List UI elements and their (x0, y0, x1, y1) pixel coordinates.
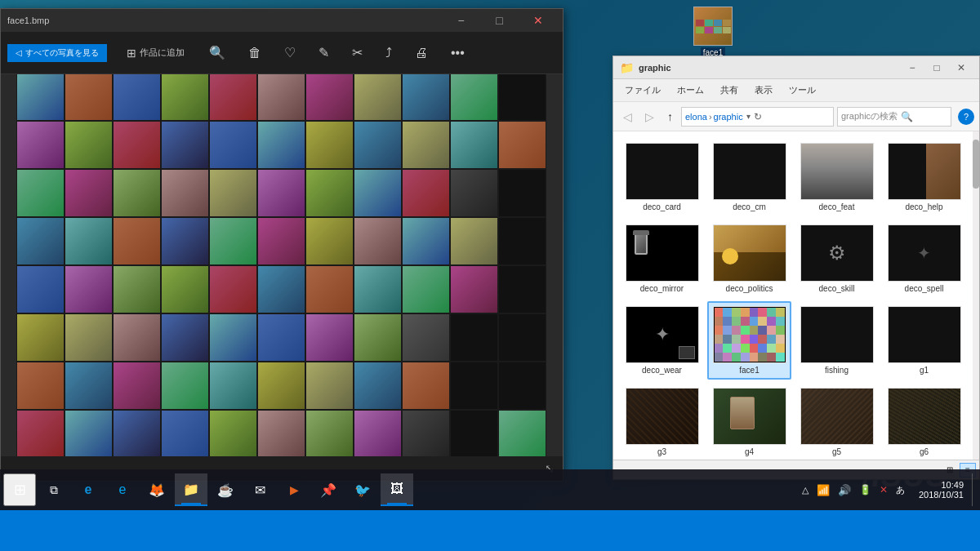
system-tray: △ 📶 🔊 🔋 ✕ あ (796, 484, 911, 496)
ribbon-tab-view[interactable]: 表示 (750, 82, 777, 98)
ribbon-tab-share[interactable]: 共有 (715, 82, 743, 98)
face-cell (402, 121, 450, 169)
taskbar-sticky[interactable]: 📌 (312, 473, 345, 506)
file-item-deco-spell[interactable]: ✦ deco_spell (882, 220, 966, 298)
tray-input-icon[interactable]: あ (893, 484, 907, 496)
photo-edit-btn[interactable]: ✎ (314, 42, 334, 64)
ribbon-tab-file[interactable]: ファイル (620, 82, 666, 98)
taskbar-java[interactable]: ☕ (209, 473, 242, 506)
file-item-g5[interactable]: g5 (795, 383, 879, 460)
taskbar-photos[interactable]: 🖼 (381, 473, 413, 506)
taskbar-firefox[interactable]: 🦊 (140, 473, 173, 506)
taskbar-explorer[interactable]: 📁 (175, 473, 207, 506)
start-button[interactable]: ⊞ (3, 473, 36, 506)
face-cell (161, 217, 209, 265)
file-item-deco-feat[interactable]: deco_feat (795, 138, 879, 216)
explorer-close-btn[interactable]: ✕ (950, 60, 973, 76)
start-icon: ⊞ (14, 481, 26, 499)
file-item-deco-skill[interactable]: ⚙ deco_skill (795, 220, 879, 298)
taskbar-task-view[interactable]: ⧉ (38, 473, 70, 506)
file-item-deco-mirror[interactable]: deco_mirror (620, 220, 704, 298)
photo-more-btn[interactable]: ••• (446, 42, 470, 64)
face-cell (113, 169, 161, 217)
tray-volume-icon[interactable]: 🔊 (835, 484, 853, 496)
file-item-g1[interactable]: g1 (882, 301, 966, 380)
tray-x-icon[interactable]: ✕ (877, 484, 890, 495)
face-cell (161, 313, 209, 362)
photo-title-text: face1.bmp (7, 16, 49, 25)
file-name-deco-wear: deco_wear (642, 366, 682, 375)
photo-minimize-btn[interactable]: − (443, 12, 479, 29)
address-refresh-btn[interactable]: ↻ (754, 111, 762, 122)
file-item-g4[interactable]: g4 (707, 383, 791, 460)
face-cell (305, 121, 354, 169)
taskbar-ie[interactable]: e (106, 473, 139, 506)
photo-draw-btn[interactable]: ✂ (347, 42, 368, 64)
ribbon-tab-home[interactable]: ホーム (672, 82, 709, 98)
face-cell (161, 265, 209, 313)
taskbar-twitter[interactable]: 🐦 (346, 473, 379, 506)
show-desktop-btn[interactable] (972, 473, 977, 506)
taskbar-clock[interactable]: 10:49 2018/10/31 (912, 480, 970, 500)
file-name-deco-skill: deco_skill (819, 284, 855, 293)
breadcrumb-elona[interactable]: elona (685, 112, 707, 122)
photo-window-controls: − □ ✕ (443, 12, 556, 29)
photo-delete-btn[interactable]: 🗑 (243, 42, 266, 64)
face-cell (450, 410, 498, 456)
file-item-deco-card[interactable]: deco_card (620, 138, 704, 216)
desktop-icon-face1[interactable]: face1 (684, 7, 742, 58)
tray-network-icon[interactable]: 📶 (814, 484, 832, 496)
file-item-g6[interactable]: g6 (882, 383, 966, 460)
face-cell (354, 362, 402, 410)
file-item-face1[interactable]: face1 (707, 301, 791, 380)
photo-back-btn[interactable]: ◁ すべての写真を見る (7, 44, 107, 62)
face-cell (305, 313, 354, 362)
file-item-deco-help[interactable]: deco_help (882, 138, 966, 216)
face-cell (450, 362, 498, 410)
explorer-address-bar[interactable]: elona › graphic ▾ ↻ (681, 107, 834, 127)
file-thumbnail-deco-skill: ⚙ (800, 224, 874, 282)
photo-print-btn[interactable]: 🖨 (410, 42, 433, 64)
explorer-help-btn[interactable]: ? (958, 109, 974, 125)
photo-share-btn[interactable]: ⤴ (381, 42, 397, 64)
breadcrumb-graphic[interactable]: graphic (714, 112, 743, 122)
scrollbar-handle[interactable] (973, 140, 979, 189)
face-cell (450, 74, 498, 121)
tray-expand-icon[interactable]: △ (800, 485, 811, 495)
file-item-g3[interactable]: g3 (620, 383, 704, 460)
face-cell (257, 313, 305, 362)
file-item-deco-politics[interactable]: deco_politics (707, 220, 791, 298)
photo-zoom-btn[interactable]: 🔍 (204, 42, 230, 64)
face-cell (257, 121, 305, 169)
file-thumbnail-deco-cm (713, 143, 786, 200)
file-thumbnail-deco-spell: ✦ (888, 224, 961, 282)
explorer-up-btn[interactable]: ↑ (662, 108, 678, 126)
face-cell (354, 121, 402, 169)
explorer-minimize-btn[interactable]: − (901, 60, 924, 76)
explorer-search-bar[interactable]: graphicの検索 🔍 (837, 107, 951, 127)
file-item-deco-wear[interactable]: ✦ deco_wear (620, 301, 704, 380)
photo-close-btn[interactable]: ✕ (519, 12, 556, 29)
face-cell (354, 169, 402, 217)
ribbon-tab-tools[interactable]: ツール (784, 82, 821, 98)
photo-heart-btn[interactable]: ♡ (279, 42, 301, 64)
search-icon: 🔍 (901, 111, 913, 122)
photo-maximize-btn[interactable]: □ (481, 12, 518, 29)
file-item-deco-cm[interactable]: deco_cm (707, 138, 791, 216)
explorer-maximize-btn[interactable]: □ (925, 60, 948, 76)
taskbar-media[interactable]: ▶ (278, 473, 310, 506)
face-cell (161, 169, 209, 217)
address-dropdown-btn[interactable]: ▾ (746, 112, 751, 121)
file-grid: deco_card deco_cm deco_feat (620, 138, 966, 460)
file-item-fishing[interactable]: fishing (795, 301, 879, 380)
face-cell (402, 313, 450, 362)
taskbar-edge[interactable]: e (72, 473, 105, 506)
photo-add-btn[interactable]: ⊞ 作品に追加 (120, 43, 191, 63)
tray-battery-icon[interactable]: 🔋 (857, 484, 874, 495)
explorer-forward-btn[interactable]: ▷ (640, 108, 659, 126)
breadcrumb: elona › graphic (685, 112, 743, 122)
explorer-scrollbar[interactable] (973, 131, 979, 460)
explorer-back-btn[interactable]: ◁ (618, 108, 637, 126)
taskbar-mail[interactable]: ✉ (243, 473, 276, 506)
face-cell (113, 313, 161, 362)
